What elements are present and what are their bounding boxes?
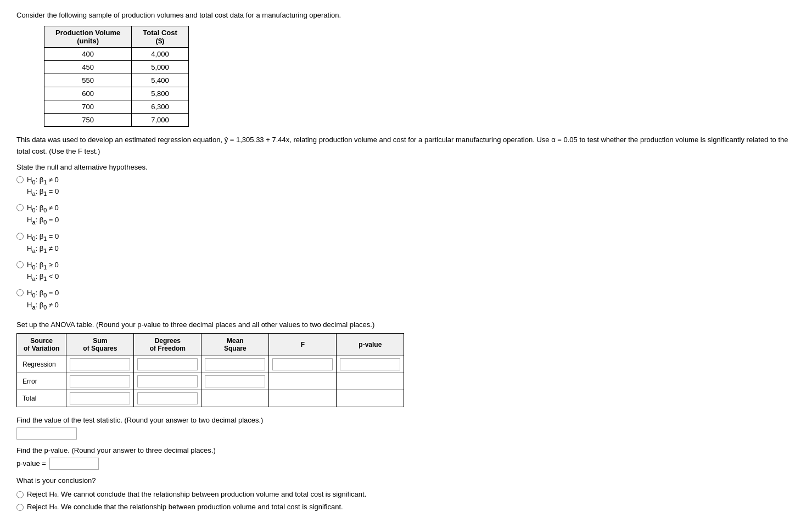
- hypothesis-option-2: H0: β0 ≠ 0 Ha: β0 = 0: [16, 202, 796, 227]
- hypothesis-option-5: H0: β0 = 0 Ha: β0 ≠ 0: [16, 288, 796, 312]
- anova-df-regression-input[interactable]: [137, 358, 198, 370]
- anova-ss-error: [66, 373, 134, 390]
- hypothesis-h0-4: H0: β1 ≥ 0: [27, 260, 59, 272]
- anova-pv-regression: [337, 356, 404, 373]
- hypothesis-option-4: H0: β1 ≥ 0 Ha: β1 < 0: [16, 260, 796, 284]
- hypothesis-radio-3[interactable]: [16, 233, 24, 240]
- data-cell-0-1: 4,000: [132, 48, 189, 61]
- data-cell-5-1: 7,000: [132, 114, 189, 127]
- data-cell-0-0: 400: [44, 48, 132, 61]
- anova-col-pv: p-value: [337, 333, 404, 356]
- intro-text: Consider the following sample of product…: [16, 11, 796, 19]
- conclusion-radio-2[interactable]: [16, 504, 24, 511]
- anova-ms-error-input[interactable]: [205, 375, 265, 387]
- anova-f-regression-input[interactable]: [272, 358, 333, 370]
- hypothesis-ha-5: Ha: β0 ≠ 0: [27, 300, 59, 312]
- data-cell-2-0: 550: [44, 74, 132, 87]
- anova-row-total: Total: [17, 390, 404, 407]
- anova-f-error: [269, 373, 337, 390]
- anova-ms-error: [201, 373, 269, 390]
- anova-col-ss: Sumof Squares: [66, 333, 134, 356]
- anova-ss-total: [66, 390, 134, 407]
- hypothesis-section-label: State the null and alternative hypothese…: [16, 163, 796, 171]
- conclusion-radio-1[interactable]: [16, 491, 24, 498]
- hypothesis-h0-5: H0: β0 = 0: [27, 288, 59, 300]
- anova-ss-regression: [66, 356, 134, 373]
- anova-pv-total: [337, 390, 404, 407]
- data-table-row: 7507,000: [44, 114, 189, 127]
- hypothesis-h0-3: H0: β1 = 0: [27, 231, 59, 243]
- anova-ss-total-input[interactable]: [70, 392, 130, 404]
- hypothesis-radio-4[interactable]: [16, 261, 24, 268]
- data-table-row: 4004,000: [44, 48, 189, 61]
- conclusion-option-2: Reject H₀. We conclude that the relation…: [16, 503, 796, 511]
- hypothesis-ha-1: Ha: β1 = 0: [27, 186, 59, 198]
- anova-df-error: [134, 373, 201, 390]
- hypothesis-radio-2[interactable]: [16, 204, 24, 211]
- anova-col-source: Sourceof Variation: [17, 333, 66, 356]
- anova-f-total: [269, 390, 337, 407]
- conclusion-text-2: Reject H₀. We conclude that the relation…: [27, 503, 343, 511]
- data-cell-4-0: 700: [44, 100, 132, 114]
- anova-df-error-input[interactable]: [137, 375, 198, 387]
- data-cell-5-0: 750: [44, 114, 132, 127]
- anova-table: Sourceof Variation Sumof Squares Degrees…: [16, 333, 404, 407]
- data-table: Production Volume(units) Total Cost($) 4…: [44, 26, 189, 127]
- hypothesis-option-3: H0: β1 = 0 Ha: β1 ≠ 0: [16, 231, 796, 255]
- data-table-row: 7006,300: [44, 100, 189, 114]
- hypothesis-ha-4: Ha: β1 < 0: [27, 271, 59, 283]
- data-table-row: 6005,800: [44, 87, 189, 100]
- anova-label-error: Error: [17, 373, 66, 390]
- test-stat-input[interactable]: [16, 427, 77, 440]
- anova-ms-regression: [201, 356, 269, 373]
- data-table-row: 5505,400: [44, 74, 189, 87]
- pvalue-label: Find the p-value. (Round your answer to …: [16, 446, 796, 454]
- data-cell-3-1: 5,800: [132, 87, 189, 100]
- hypothesis-option-1: H0: β1 ≠ 0 Ha: β1 = 0: [16, 175, 796, 199]
- conclusion-text-1: Reject H₀. We cannot conclude that the r…: [27, 490, 366, 498]
- test-stat-section: Find the value of the test statistic. (R…: [16, 416, 796, 440]
- pvalue-prefix: p-value =: [16, 459, 46, 468]
- anova-ms-regression-input[interactable]: [205, 358, 265, 370]
- hypothesis-h0-1: H0: β1 ≠ 0: [27, 175, 59, 187]
- anova-ss-regression-input[interactable]: [70, 358, 130, 370]
- anova-df-total-input[interactable]: [137, 392, 198, 404]
- hypothesis-ha-3: Ha: β1 ≠ 0: [27, 243, 59, 255]
- hypothesis-h0-2: H0: β0 ≠ 0: [27, 202, 59, 215]
- data-cell-1-0: 450: [44, 61, 132, 74]
- anova-f-regression: [269, 356, 337, 373]
- anova-col-df: Degreesof Freedom: [134, 333, 201, 356]
- anova-label-total: Total: [17, 390, 66, 407]
- anova-label-regression: Regression: [17, 356, 66, 373]
- anova-df-regression: [134, 356, 201, 373]
- hypothesis-radio-1[interactable]: [16, 176, 24, 183]
- data-cell-2-1: 5,400: [132, 74, 189, 87]
- anova-title: Set up the ANOVA table. (Round your p-va…: [16, 320, 796, 329]
- hypothesis-radio-5[interactable]: [16, 289, 24, 296]
- conclusion-option-1: Reject H₀. We cannot conclude that the r…: [16, 490, 796, 498]
- conclusion-label: What is your conclusion?: [16, 476, 796, 485]
- data-cell-3-0: 600: [44, 87, 132, 100]
- data-cell-1-1: 5,000: [132, 61, 189, 74]
- test-stat-label: Find the value of the test statistic. (R…: [16, 416, 796, 424]
- anova-df-total: [134, 390, 201, 407]
- col-header-production: Production Volume(units): [44, 26, 132, 48]
- data-cell-4-1: 6,300: [132, 100, 189, 114]
- col-header-cost: Total Cost($): [132, 26, 189, 48]
- anova-pv-regression-input[interactable]: [340, 358, 400, 370]
- conclusion-section: What is your conclusion? Reject H₀. We c…: [16, 476, 796, 512]
- anova-section: Set up the ANOVA table. (Round your p-va…: [16, 320, 796, 407]
- pvalue-inline: p-value =: [16, 458, 796, 470]
- anova-col-f: F: [269, 333, 337, 356]
- hypothesis-ha-2: Ha: β0 = 0: [27, 215, 59, 227]
- anova-pv-error: [337, 373, 404, 390]
- anova-row-regression: Regression: [17, 356, 404, 373]
- anova-ms-total: [201, 390, 269, 407]
- pvalue-input[interactable]: [49, 458, 99, 470]
- anova-ss-error-input[interactable]: [70, 375, 130, 387]
- data-table-row: 4505,000: [44, 61, 189, 74]
- pvalue-section: Find the p-value. (Round your answer to …: [16, 446, 796, 470]
- anova-col-ms: MeanSquare: [201, 333, 269, 356]
- regression-text: This data was used to develop an estimat…: [16, 134, 796, 157]
- anova-row-error: Error: [17, 373, 404, 390]
